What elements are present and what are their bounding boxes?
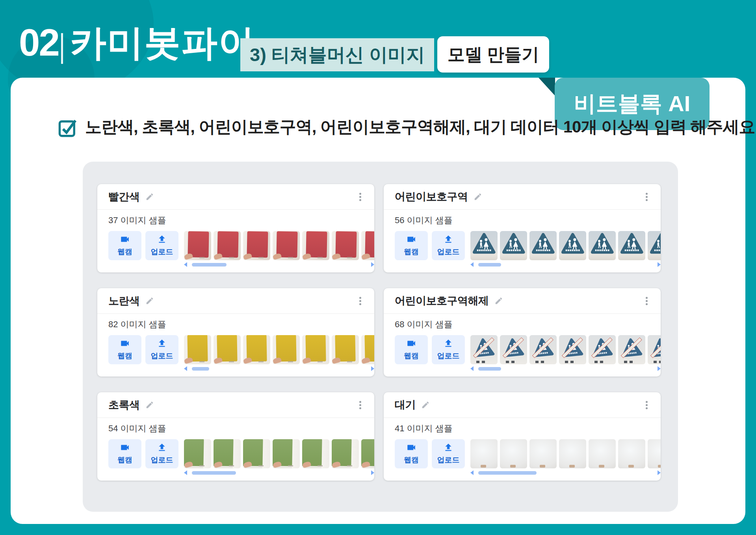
webcam-button[interactable]: 웹캠 [108,439,141,468]
thumbnail-scrollbar[interactable] [470,470,661,475]
webcam-label: 웹캠 [117,351,132,361]
webcam-button[interactable]: 웹캠 [108,231,141,260]
scroll-left-icon[interactable] [470,470,474,475]
scroll-left-icon[interactable] [470,366,474,371]
sample-controls: 웹캠 업로드 [108,439,374,468]
sample-thumbnail [243,335,270,364]
sample-thumbnail [618,231,645,260]
class-title: 어린이보호구역 [395,190,468,204]
pencil-icon[interactable] [474,192,482,201]
sample-thumbnail [470,335,498,364]
kebab-menu-icon[interactable] [355,398,365,412]
sample-thumbnails [184,231,374,260]
webcam-button[interactable]: 웹캠 [395,439,428,468]
thumbnail-scrollbar[interactable] [184,366,374,371]
sample-thumbnails [470,231,661,260]
sample-thumbnail [361,439,374,468]
kebab-menu-icon[interactable] [642,294,651,308]
scrollbar-thumb[interactable] [478,367,501,371]
webcam-label: 웹캠 [404,247,419,257]
sample-thumbnails [184,439,374,468]
scroll-left-icon[interactable] [184,470,187,475]
upload-label: 업로드 [437,351,460,361]
scroll-left-icon[interactable] [470,262,474,267]
sample-thumbnail [273,335,300,364]
upload-button[interactable]: 업로드 [145,335,178,364]
pencil-icon[interactable] [145,192,154,201]
pencil-icon[interactable] [494,296,503,305]
scroll-right-icon[interactable] [371,366,374,371]
class-title: 어린이보호구역해제 [395,294,489,308]
scroll-right-icon[interactable] [371,262,374,267]
scrollbar-thumb[interactable] [192,471,236,475]
thumbnail-scrollbar[interactable] [184,470,374,475]
scroll-right-icon[interactable] [658,366,661,371]
class-card-grid: 빨간색 37 이미지 샘플 웹캠 업로드 [97,184,661,481]
scroll-right-icon[interactable] [371,470,374,475]
sample-thumbnail [214,439,241,468]
scroll-left-icon[interactable] [184,262,187,267]
sample-thumbnail [332,439,359,468]
thumbnail-scrollbar[interactable] [470,262,661,267]
sample-count: 41 이미지 샘플 [395,423,661,434]
upload-button[interactable]: 업로드 [145,231,178,260]
scrollbar-thumb[interactable] [192,367,209,371]
sample-thumbnail [243,439,270,468]
class-card: 어린이보호구역해제 68 이미지 샘플 웹캠 업로드 [384,288,661,377]
class-card-body: 68 이미지 샘플 웹캠 업로드 [384,314,661,371]
sample-count: 68 이미지 샘플 [395,319,661,330]
kebab-menu-icon[interactable] [642,190,651,204]
sample-thumbnail [559,231,586,260]
videocam-icon [406,338,416,349]
class-card-header: 어린이보호구역 [384,184,661,210]
sample-thumbnail [648,231,661,260]
webcam-button[interactable]: 웹캠 [395,231,428,260]
sample-thumbnail [589,439,616,468]
scrollbar-thumb[interactable] [478,263,501,267]
webcam-label: 웹캠 [117,247,132,257]
sample-thumbnail [302,231,329,260]
sample-thumbnail [529,335,557,364]
webcam-button[interactable]: 웹캠 [108,335,141,364]
kebab-menu-icon[interactable] [355,294,365,308]
lesson-number: 02 [19,24,59,62]
scroll-right-icon[interactable] [658,262,661,267]
scroll-right-icon[interactable] [658,470,661,475]
upload-icon [157,442,167,453]
upload-button[interactable]: 업로드 [432,439,465,468]
videocam-icon [120,234,130,244]
instruction-text: 노란색, 초록색, 어린이보호구역, 어린이보호구역해제, 대기 데이터 10개… [85,116,756,138]
pencil-icon[interactable] [145,401,154,409]
scroll-left-icon[interactable] [184,366,187,371]
upload-button[interactable]: 업로드 [432,231,465,260]
class-card-header: 빨간색 [97,184,374,210]
class-title: 빨간색 [108,190,140,204]
class-card-body: 56 이미지 샘플 웹캠 업로드 [384,210,661,267]
kebab-menu-icon[interactable] [642,398,651,412]
thumbnail-scrollbar[interactable] [470,366,661,371]
class-card-body: 82 이미지 샘플 웹캠 업로드 [97,314,374,371]
class-card-body: 37 이미지 샘플 웹캠 업로드 [97,210,374,267]
pencil-icon[interactable] [421,401,430,409]
webcam-button[interactable]: 웹캠 [395,335,428,364]
upload-icon [443,338,453,349]
sample-thumbnail [243,231,270,260]
sample-controls: 웹캠 업로드 [395,335,661,364]
class-card: 어린이보호구역 56 이미지 샘플 웹캠 업로드 [384,184,661,272]
upload-button[interactable]: 업로드 [432,335,465,364]
class-card-body: 41 이미지 샘플 웹캠 업로드 [384,418,661,475]
sample-controls: 웹캠 업로드 [108,231,374,260]
kebab-menu-icon[interactable] [355,190,365,204]
scrollbar-thumb[interactable] [478,471,537,475]
pencil-icon[interactable] [145,296,154,305]
header-divider [61,33,63,64]
scrollbar-thumb[interactable] [192,263,227,267]
sample-thumbnails [184,335,374,364]
upload-button[interactable]: 업로드 [145,439,178,468]
sample-thumbnail [589,335,616,364]
class-title: 초록색 [108,398,140,412]
upload-label: 업로드 [437,247,460,257]
sample-thumbnail [648,439,661,468]
thumbnail-scrollbar[interactable] [184,262,374,267]
sample-thumbnail [470,231,498,260]
